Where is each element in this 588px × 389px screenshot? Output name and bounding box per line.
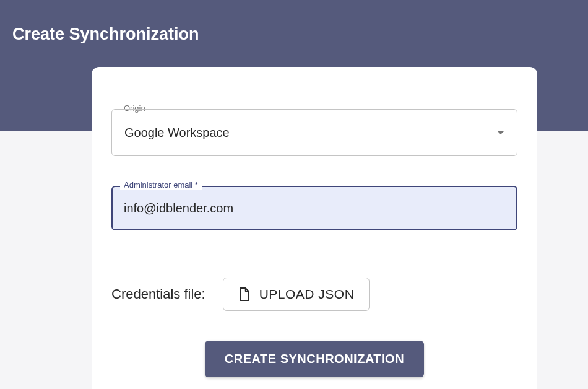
origin-field-group: Origin Google Workspace xyxy=(111,109,517,156)
credentials-label: Credentials file: xyxy=(111,286,205,302)
admin-email-label: Administrator email * xyxy=(120,180,202,190)
file-icon xyxy=(238,287,251,302)
admin-email-field-group: Administrator email * xyxy=(111,186,517,230)
submit-row: CREATE SYNCHRONIZATION xyxy=(111,341,517,377)
upload-button-label: UPLOAD JSON xyxy=(259,287,355,302)
upload-json-button[interactable]: UPLOAD JSON xyxy=(223,278,370,311)
page-title: Create Synchronization xyxy=(0,0,588,44)
admin-email-wrapper xyxy=(111,186,517,230)
admin-email-input[interactable] xyxy=(124,201,505,216)
credentials-row: Credentials file: UPLOAD JSON xyxy=(111,278,517,311)
create-synchronization-button[interactable]: CREATE SYNCHRONIZATION xyxy=(205,341,424,377)
chevron-down-icon xyxy=(497,131,504,134)
origin-select[interactable]: Google Workspace xyxy=(111,109,517,156)
form-card: Origin Google Workspace Administrator em… xyxy=(92,67,537,389)
origin-value: Google Workspace xyxy=(124,126,497,140)
